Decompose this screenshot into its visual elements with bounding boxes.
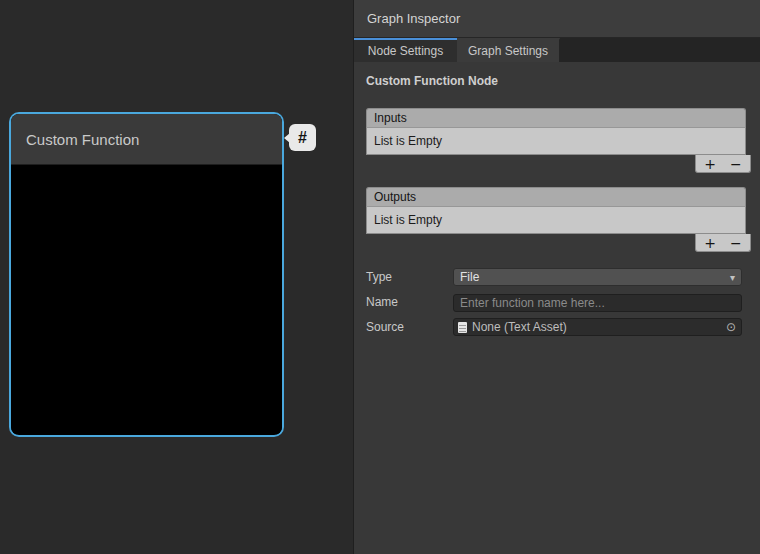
- shader-graph-canvas[interactable]: Custom Function #: [0, 0, 353, 554]
- outputs-list-header: Outputs: [366, 187, 746, 207]
- inputs-list: Inputs List is Empty: [366, 108, 746, 155]
- outputs-add-button[interactable]: +: [704, 236, 716, 250]
- inputs-add-button[interactable]: +: [704, 157, 716, 171]
- tab-graph-settings[interactable]: Graph Settings: [457, 38, 560, 62]
- node-title: Custom Function: [26, 131, 139, 148]
- inputs-list-footer: + −: [695, 155, 751, 173]
- inputs-list-footerbar: + −: [354, 155, 760, 173]
- source-label: Source: [366, 320, 453, 334]
- text-asset-icon: [458, 322, 467, 333]
- inspector-body: Custom Function Node Inputs List is Empt…: [354, 62, 760, 336]
- inputs-header-label: Inputs: [374, 111, 407, 125]
- node-header[interactable]: Custom Function: [11, 114, 282, 165]
- type-row: Type File ▾: [366, 268, 742, 286]
- source-object-value: None (Text Asset): [472, 320, 724, 334]
- tab-node-settings[interactable]: Node Settings: [354, 38, 457, 62]
- outputs-empty-label: List is Empty: [374, 213, 442, 227]
- type-label: Type: [366, 270, 453, 284]
- chevron-down-icon: ▾: [730, 272, 735, 283]
- source-object-field[interactable]: None (Text Asset) ⊙: [453, 318, 742, 336]
- tab-node-settings-label: Node Settings: [368, 44, 443, 58]
- inspector-header: Graph Inspector: [354, 0, 760, 38]
- inspector-tabs: Node Settings Graph Settings: [354, 38, 760, 62]
- hash-icon: #: [298, 129, 307, 147]
- inspector-title: Graph Inspector: [367, 11, 460, 26]
- node-hash-badge[interactable]: #: [289, 124, 316, 151]
- outputs-list-empty-row: List is Empty: [366, 207, 746, 234]
- custom-function-node[interactable]: Custom Function: [11, 114, 282, 435]
- type-dropdown-value: File: [460, 270, 479, 284]
- tab-graph-settings-label: Graph Settings: [468, 44, 548, 58]
- outputs-header-label: Outputs: [374, 190, 416, 204]
- type-dropdown[interactable]: File ▾: [453, 268, 742, 286]
- inputs-list-header: Inputs: [366, 108, 746, 128]
- app-window: Custom Function # Graph Inspector Node S…: [0, 0, 760, 554]
- outputs-remove-button[interactable]: −: [730, 236, 742, 250]
- object-picker-icon[interactable]: ⊙: [724, 320, 738, 334]
- source-row: Source None (Text Asset) ⊙: [366, 318, 742, 336]
- name-row: Name: [366, 293, 742, 311]
- graph-inspector-panel: Graph Inspector Node Settings Graph Sett…: [353, 0, 760, 554]
- outputs-list-footer: + −: [695, 234, 751, 252]
- name-label: Name: [366, 295, 453, 309]
- function-name-input[interactable]: [453, 294, 742, 312]
- section-heading: Custom Function Node: [366, 74, 748, 88]
- outputs-list-footerbar: + −: [354, 234, 760, 252]
- node-preview-area: [11, 165, 282, 434]
- property-rows: Type File ▾ Name Source: [354, 268, 760, 336]
- inputs-list-empty-row: List is Empty: [366, 128, 746, 155]
- outputs-list: Outputs List is Empty: [366, 187, 746, 234]
- inputs-remove-button[interactable]: −: [730, 157, 742, 171]
- inputs-empty-label: List is Empty: [374, 134, 442, 148]
